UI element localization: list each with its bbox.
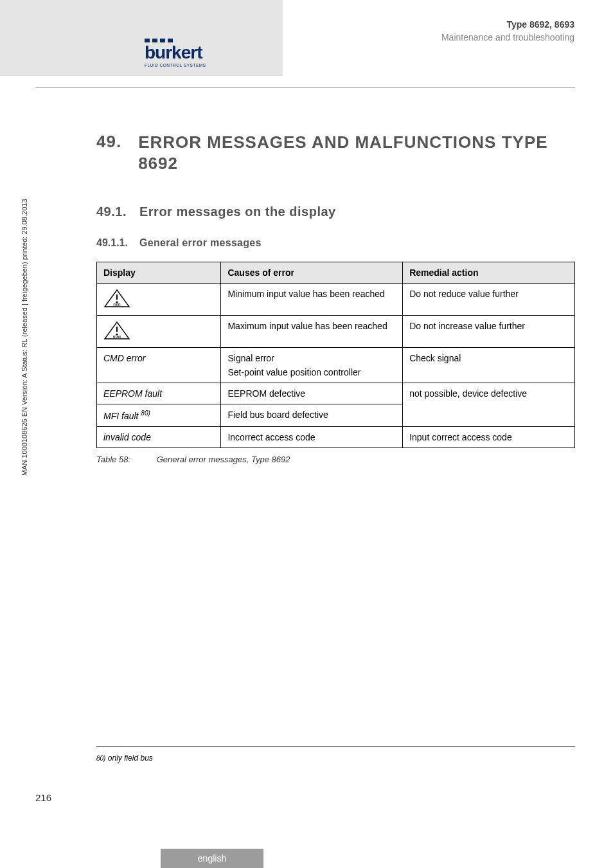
cell-remedial: not possible, device defective <box>403 383 575 427</box>
logo-wordmark: burkert <box>145 44 206 62</box>
cell-cause: Signal error Set-point value position co… <box>221 348 403 383</box>
th-causes: Causes of error <box>221 262 403 284</box>
footnote-rule <box>96 746 575 746</box>
header-meta: Type 8692, 8693 Maintenance and troubles… <box>441 19 574 42</box>
main-content: 49. ERROR MESSAGES AND MALFUNCTIONS TYPE… <box>96 132 575 464</box>
th-remedial: Remedial action <box>403 262 575 284</box>
caption-text: General error messages, Type 8692 <box>157 455 290 464</box>
cell-remedial: Input correct access code <box>403 426 575 448</box>
cell-remedial: Check signal <box>403 348 575 383</box>
cell-display-text: EEPROM fault <box>97 383 221 404</box>
side-print-info: MAN 1000108626 EN Version: A Status: RL … <box>21 199 28 476</box>
footnote-num: 80) <box>96 755 105 762</box>
cell-display-text: MFI fault 80) <box>97 404 221 427</box>
footer-language: english <box>161 849 263 868</box>
table-body: min Minimum input value has been reached… <box>97 284 575 448</box>
cell-cause: Maximum input value has been reached <box>221 316 403 348</box>
heading-2-num: 49.1. <box>96 204 127 219</box>
header-section-line: Maintenance and troubleshooting <box>441 32 574 42</box>
heading-2-text: Error messages on the display <box>139 204 336 219</box>
cell-display-text: invalid code <box>97 426 221 448</box>
cell-cause: Field bus board defective <box>221 404 403 427</box>
table-row: min Minimum input value has been reached… <box>97 284 575 316</box>
cell-cause: Minimum input value has been reached <box>221 284 403 316</box>
icon-label: min <box>113 302 120 307</box>
table-row: max Maximum input value has been reached… <box>97 316 575 348</box>
page-number: 216 <box>35 792 51 803</box>
cell-display-icon-max: max <box>97 316 221 348</box>
footnote: 80) only field bus <box>96 754 153 763</box>
header-type-line: Type 8692, 8693 <box>441 19 574 30</box>
heading-3: 49.1.1. General error messages <box>96 237 575 249</box>
table-row: invalid code Incorrect access code Input… <box>97 426 575 448</box>
cause-main: Signal error <box>227 353 274 363</box>
cell-remedial: Do not increase value further <box>403 316 575 348</box>
cell-remedial: Do not reduce value further <box>403 284 575 316</box>
warning-triangle-min-icon: min <box>103 289 130 308</box>
cause-sub: Set-point value position controller <box>227 367 396 377</box>
header-gray-left <box>0 0 119 76</box>
footnote-text: only field bus <box>105 754 152 763</box>
cell-display-icon-min: min <box>97 284 221 316</box>
table-row: EEPROM fault EEPROM defective not possib… <box>97 383 575 404</box>
header-band: burkert FLUID CONTROL SYSTEMS Type 8692,… <box>0 0 613 76</box>
table-row: CMD error Signal error Set-point value p… <box>97 348 575 383</box>
cell-cause: EEPROM defective <box>221 383 403 404</box>
warning-triangle-max-icon: max <box>103 321 130 340</box>
display-text-main: MFI fault <box>103 411 141 421</box>
th-display: Display <box>97 262 221 284</box>
heading-1: 49. ERROR MESSAGES AND MALFUNCTIONS TYPE… <box>96 132 575 174</box>
icon-label: max <box>112 334 121 339</box>
error-table: Display Causes of error Remedial action … <box>96 262 575 448</box>
logo-tagline: FLUID CONTROL SYSTEMS <box>145 63 206 68</box>
display-text-sup: 80) <box>141 410 150 417</box>
brand-logo: burkert FLUID CONTROL SYSTEMS <box>145 39 206 68</box>
heading-1-num: 49. <box>96 132 121 152</box>
cell-display-text: CMD error <box>97 348 221 383</box>
heading-1-text: ERROR MESSAGES AND MALFUNCTIONS TYPE 869… <box>138 132 575 174</box>
table-head-row: Display Causes of error Remedial action <box>97 262 575 284</box>
heading-2: 49.1. Error messages on the display <box>96 204 575 219</box>
header-rule <box>35 87 575 88</box>
table-caption: Table 58: General error messages, Type 8… <box>96 455 575 464</box>
heading-3-num: 49.1.1. <box>96 237 128 249</box>
cell-cause: Incorrect access code <box>221 426 403 448</box>
caption-label: Table 58: <box>96 455 154 464</box>
heading-3-text: General error messages <box>139 237 262 249</box>
